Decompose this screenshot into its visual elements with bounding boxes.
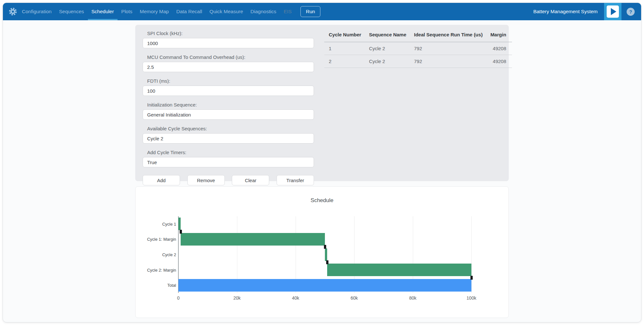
y-axis-label: Total (167, 283, 176, 288)
x-axis-tick-label: 20k (233, 295, 241, 301)
tab-scheduler[interactable]: Scheduler (91, 3, 114, 20)
add-button[interactable]: Add (143, 175, 180, 185)
junction-marker (470, 276, 473, 280)
remove-button[interactable]: Remove (187, 175, 225, 185)
app-title: Battery Management System (533, 9, 598, 14)
junction-marker (326, 260, 328, 264)
chart-gridline (471, 216, 472, 293)
scheduler-form: SPI Clock (kHz): MCU Command To Command … (143, 31, 314, 181)
init-sequence-input[interactable] (143, 109, 314, 120)
fdti-label: FDTI (ms): (143, 78, 314, 84)
x-axis-tick-label: 0 (177, 295, 180, 301)
mcu-overhead-input[interactable] (143, 62, 314, 72)
field-fdti: FDTI (ms): (143, 78, 314, 96)
gantt-bar (327, 264, 471, 276)
field-cycle-sequences: Available Cycle Sequences: (143, 126, 314, 144)
mcu-overhead-label: MCU Command To Command Overhead (us): (143, 54, 314, 60)
play-icon (607, 5, 619, 18)
tab-quick-measure[interactable]: Quick Measure (210, 3, 243, 20)
junction-marker (180, 230, 182, 234)
chart-title: Schedule (136, 197, 508, 204)
x-axis-tick-label: 40k (292, 295, 299, 301)
run-button[interactable]: Run (300, 6, 320, 17)
gantt-bar (181, 233, 325, 246)
add-cycle-timers-input[interactable] (143, 157, 314, 167)
clear-button[interactable]: Clear (232, 175, 269, 185)
form-buttons: Add Remove Clear Transfer (143, 175, 314, 185)
add-cycle-timers-label: Add Cycle Timers: (143, 150, 314, 155)
main-content: SPI Clock (kHz): MCU Command To Command … (135, 25, 509, 318)
tab-configuration[interactable]: Configuration (22, 3, 52, 20)
header-sequence-name: Sequence Name (365, 31, 410, 42)
tab-diagnostics[interactable]: Diagnostics (251, 3, 276, 20)
tab-sequences[interactable]: Sequences (59, 3, 84, 20)
schedule-plot: 020k40k60k80k100kCycle 1Cycle 1: MarginC… (178, 216, 471, 293)
field-add-cycle-timers: Add Cycle Timers: (143, 150, 314, 167)
x-axis-tick-label: 60k (351, 295, 358, 301)
x-axis-tick-label: 80k (409, 295, 417, 301)
cycle-table-container: Cycle Number Sequence Name Ideal Sequenc… (324, 31, 512, 181)
y-axis-label: Cycle 2 (162, 252, 176, 257)
field-mcu-overhead: MCU Command To Command Overhead (us): (143, 54, 314, 72)
fdti-input[interactable] (143, 86, 314, 96)
scheduler-config-panel: SPI Clock (kHz): MCU Command To Command … (135, 25, 509, 181)
table-header-row: Cycle Number Sequence Name Ideal Sequenc… (324, 31, 512, 42)
field-init-sequence: Initialization Sequence: (143, 102, 314, 120)
junction-marker (324, 245, 326, 249)
tab-memory-map[interactable]: Memory Map (140, 3, 169, 20)
gantt-bar (178, 218, 181, 230)
cycle-sequences-input[interactable] (143, 133, 314, 144)
gear-icon[interactable] (9, 7, 17, 16)
schedule-chart-panel: Schedule 020k40k60k80k100kCycle 1Cycle 1… (135, 186, 509, 318)
gantt-bar (325, 248, 327, 261)
tab-plots[interactable]: Plots (121, 3, 132, 20)
tab-eis: EIS (284, 3, 292, 20)
play-button[interactable] (604, 3, 621, 20)
field-spi-clock: SPI Clock (kHz): (143, 31, 314, 48)
y-axis-label: Cycle 1: Margin (147, 237, 176, 242)
spi-clock-input[interactable] (143, 38, 314, 48)
gantt-bar (178, 279, 471, 292)
init-sequence-label: Initialization Sequence: (143, 102, 314, 107)
transfer-button[interactable]: Transfer (277, 175, 314, 185)
header-margin: Margin (486, 31, 512, 42)
app-window: Configuration Sequences Scheduler Plots … (3, 3, 641, 322)
header-cycle-number: Cycle Number (324, 31, 365, 42)
y-axis-label: Cycle 2: Margin (147, 267, 176, 272)
cycle-table: Cycle Number Sequence Name Ideal Sequenc… (324, 31, 512, 68)
header-run-time: Ideal Sequence Run Time (us) (410, 31, 486, 42)
tab-data-recall[interactable]: Data Recall (176, 3, 202, 20)
x-axis-tick-label: 100k (467, 295, 476, 301)
table-row[interactable]: 1 Cycle 2 792 49208 (324, 42, 512, 55)
help-icon[interactable]: ? (627, 8, 635, 16)
y-axis-label: Cycle 1 (162, 221, 176, 226)
navbar: Configuration Sequences Scheduler Plots … (3, 3, 641, 20)
cycle-sequences-label: Available Cycle Sequences: (143, 126, 314, 131)
spi-clock-label: SPI Clock (kHz): (143, 31, 314, 36)
table-row[interactable]: 2 Cycle 2 792 49208 (324, 55, 512, 68)
